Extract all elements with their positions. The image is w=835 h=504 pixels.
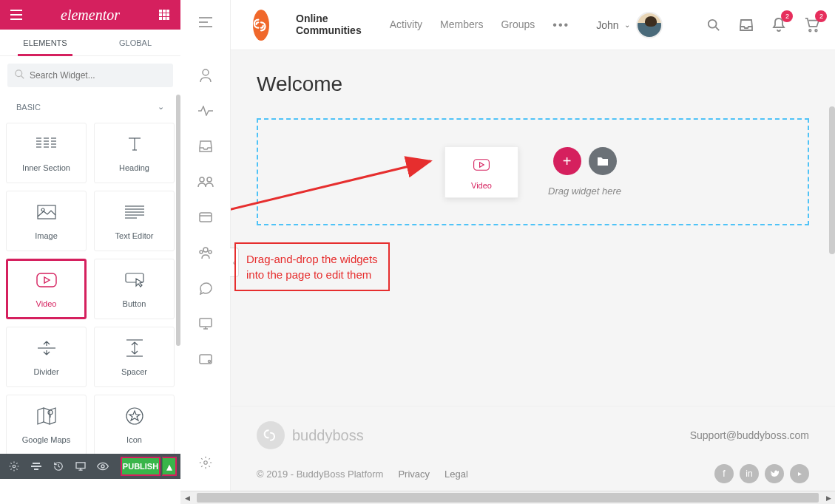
chevron-down-icon: ⌄: [158, 102, 164, 112]
sidebar-members-icon[interactable]: [191, 238, 220, 268]
widget-text-editor[interactable]: Text Editor: [94, 191, 175, 251]
sidebar-item-icon[interactable]: [191, 202, 220, 232]
user-name: John: [596, 19, 618, 31]
nav-activity[interactable]: Activity: [390, 18, 422, 32]
horizontal-scrollbar[interactable]: ◀ ▶: [180, 491, 835, 504]
tab-global[interactable]: GLOBAL: [90, 30, 180, 55]
widget-video[interactable]: Video: [6, 259, 87, 319]
navigator-icon[interactable]: [26, 456, 47, 477]
svg-rect-2: [166, 10, 169, 13]
sidebar-inbox-icon[interactable]: [191, 132, 220, 161]
publish-button[interactable]: PUBLISH: [121, 457, 160, 476]
topbar-inbox-icon[interactable]: [737, 16, 756, 34]
apps-icon[interactable]: [155, 6, 173, 24]
content-scrollbar[interactable]: [829, 106, 835, 406]
svg-point-70: [208, 361, 210, 363]
responsive-icon[interactable]: [70, 456, 91, 477]
preview-icon[interactable]: [92, 456, 113, 477]
facebook-icon[interactable]: f: [714, 464, 734, 483]
nav-groups[interactable]: Groups: [501, 18, 535, 32]
footer-privacy[interactable]: Privacy: [398, 469, 430, 480]
svg-rect-49: [33, 463, 40, 464]
site-logo-text[interactable]: Online Communities: [296, 13, 362, 36]
svg-rect-0: [159, 10, 162, 13]
publish-options[interactable]: ▴: [162, 457, 177, 476]
history-icon[interactable]: [48, 456, 69, 477]
widget-spacer[interactable]: Spacer: [94, 327, 175, 387]
main-content: Welcome Video + Drag widget here: [231, 50, 835, 406]
svg-rect-48: [31, 466, 41, 467]
elementor-panel: elementor ELEMENTS GLOBAL BASIC ⌄ Inner …: [0, 0, 180, 479]
text-lines-icon: [125, 202, 144, 222]
drop-zone[interactable]: Video + Drag widget here: [257, 118, 809, 225]
svg-line-73: [716, 27, 720, 30]
columns-icon: [36, 134, 57, 154]
cursor-icon: [125, 270, 144, 290]
annotation-box: Drag-and-drop the widgets into the page …: [234, 242, 390, 291]
widget-divider[interactable]: Divider: [6, 327, 87, 387]
twitter-icon[interactable]: [765, 464, 784, 483]
dragging-widget[interactable]: Video: [444, 146, 518, 198]
widget-heading[interactable]: Heading: [94, 123, 175, 183]
widget-label: Google Maps: [22, 435, 70, 444]
widget-google-maps[interactable]: Google Maps: [6, 395, 87, 454]
template-button[interactable]: [589, 147, 617, 175]
sidebar-card-icon[interactable]: [191, 344, 220, 374]
youtube-icon[interactable]: [790, 464, 809, 483]
user-menu[interactable]: John ⌄: [596, 12, 663, 38]
svg-point-59: [200, 177, 204, 182]
svg-point-71: [203, 461, 207, 465]
site-footer: buddyboss Support@buddyboss.com © 2019 -…: [231, 406, 835, 491]
sidebar-profile-icon[interactable]: [191, 61, 220, 90]
sidebar-messages-icon[interactable]: [191, 273, 220, 303]
topbar-search-icon[interactable]: [704, 16, 723, 35]
footer-legal[interactable]: Legal: [444, 469, 468, 480]
sidebar-groups-icon[interactable]: [191, 167, 220, 197]
widget-label: Video: [36, 299, 57, 308]
linkedin-icon[interactable]: in: [740, 464, 759, 483]
nav-more[interactable]: •••: [552, 18, 569, 32]
scroll-left[interactable]: ◀: [180, 491, 194, 504]
widgets-scroll[interactable]: BASIC ⌄ Inner Section Heading Image Text…: [0, 95, 180, 454]
elementor-header: elementor: [0, 0, 180, 30]
sidebar-menu-toggle[interactable]: [191, 7, 220, 37]
sidebar-desktop-icon[interactable]: [191, 309, 220, 338]
category-basic[interactable]: BASIC ⌄: [6, 95, 175, 119]
svg-point-47: [13, 465, 16, 468]
svg-rect-34: [126, 273, 143, 282]
content-area: Online Communities Activity Members Grou…: [231, 0, 835, 491]
top-nav: Activity Members Groups •••: [390, 18, 569, 32]
sidebar-activity-icon[interactable]: [191, 96, 220, 126]
topbar-bell-icon[interactable]: 2: [769, 15, 788, 35]
widget-icon[interactable]: Icon: [94, 395, 175, 454]
svg-rect-4: [163, 13, 166, 16]
svg-point-65: [209, 251, 212, 253]
topbar-cart-icon[interactable]: 2: [802, 15, 822, 35]
sidebar-settings-icon[interactable]: [191, 448, 220, 477]
nav-members[interactable]: Members: [440, 18, 483, 32]
svg-point-72: [709, 19, 717, 27]
site-logo-icon[interactable]: [253, 10, 269, 41]
panel-tabs: ELEMENTS GLOBAL: [0, 30, 180, 56]
widget-image[interactable]: Image: [6, 191, 87, 251]
menu-icon[interactable]: [7, 6, 25, 24]
add-section-button[interactable]: +: [553, 147, 581, 175]
badge: 2: [815, 10, 827, 22]
search-input[interactable]: [7, 64, 173, 87]
footer-support[interactable]: Support@buddyboss.com: [690, 429, 809, 441]
svg-point-9: [16, 70, 22, 77]
svg-rect-8: [166, 17, 169, 20]
page-title: Welcome: [257, 72, 809, 96]
svg-line-10: [21, 76, 24, 79]
scroll-right[interactable]: ▶: [822, 491, 835, 504]
settings-icon[interactable]: [4, 456, 24, 477]
elementor-logo: elementor: [25, 7, 155, 24]
widget-inner-section[interactable]: Inner Section: [6, 123, 87, 183]
svg-point-64: [200, 251, 203, 253]
svg-rect-6: [159, 17, 162, 20]
widget-button[interactable]: Button: [94, 259, 175, 319]
scroll-thumb[interactable]: [197, 493, 819, 503]
tab-elements[interactable]: ELEMENTS: [0, 30, 90, 55]
text-icon: [126, 134, 143, 154]
svg-rect-66: [200, 319, 212, 327]
